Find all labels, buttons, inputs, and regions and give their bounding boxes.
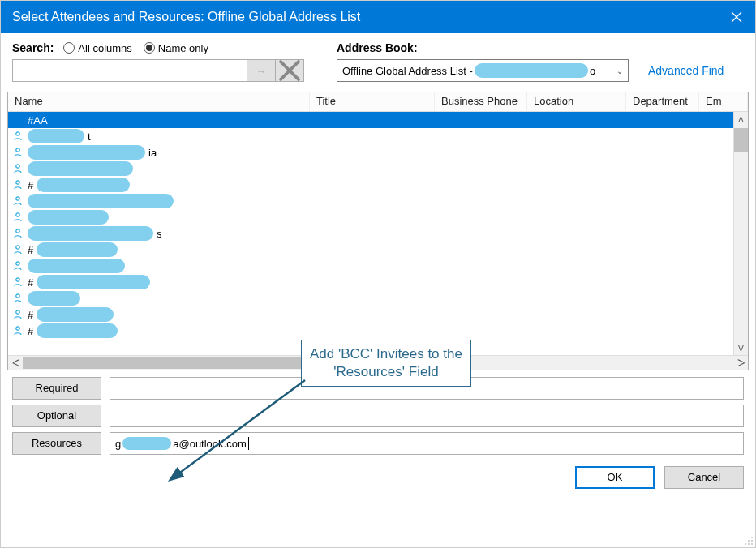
col-email[interactable]: Em	[699, 92, 748, 111]
radio-name-only[interactable]: Name only	[144, 42, 208, 54]
svg-point-6	[16, 165, 19, 168]
svg-point-21	[748, 543, 750, 545]
redacted-text	[28, 194, 174, 208]
svg-point-7	[16, 181, 19, 184]
advanced-find-link[interactable]: Advanced Find	[648, 64, 724, 77]
svg-point-5	[16, 148, 19, 152]
vertical-scrollbar[interactable]: ᐱ ᐯ	[733, 112, 748, 355]
list-item-prefix: #	[28, 244, 33, 256]
list-item[interactable]	[8, 209, 733, 225]
svg-point-4	[16, 132, 19, 135]
list-item[interactable]: #	[8, 306, 733, 323]
col-title[interactable]: Title	[310, 92, 435, 111]
svg-point-19	[751, 540, 753, 542]
svg-point-17	[751, 537, 753, 538]
radio-all-columns[interactable]: All columns	[63, 42, 131, 54]
col-location[interactable]: Location	[527, 92, 626, 111]
window-title: Select Attendees and Resources: Offline …	[12, 10, 360, 24]
col-phone[interactable]: Business Phone	[435, 92, 527, 111]
address-book-label: Address Book:	[337, 41, 724, 54]
list-item-suffix: ia	[148, 147, 157, 159]
list-item[interactable]	[8, 258, 733, 274]
list-content[interactable]: #AA t ia #	[8, 112, 733, 355]
search-block: Search: All columns Name only →	[12, 41, 304, 82]
clear-button[interactable]	[275, 59, 304, 82]
redacted-text	[28, 161, 133, 176]
callout-line1: Add 'BCC' Invitees to the	[310, 345, 462, 363]
list-item-prefix: #	[28, 276, 33, 289]
resources-button[interactable]: Resources	[12, 432, 101, 455]
person-icon	[13, 147, 24, 158]
redacted-text	[37, 275, 150, 289]
list-item[interactable]	[8, 290, 733, 306]
callout-line2: 'Resources' Field	[310, 363, 462, 381]
table-header-row: Name Title Business Phone Location Depar…	[8, 92, 748, 112]
resize-grip-icon[interactable]	[742, 534, 754, 546]
person-icon	[13, 325, 24, 336]
search-label: Search:	[12, 41, 54, 54]
list-item-suffix: s	[157, 228, 162, 240]
ok-button[interactable]: OK	[575, 466, 655, 489]
col-department[interactable]: Department	[626, 92, 699, 111]
optional-button[interactable]: Optional	[12, 405, 101, 427]
scroll-left-arrow-icon[interactable]: ᐸ	[8, 357, 23, 369]
address-book-block: Address Book: Offline Global Address Lis…	[337, 41, 724, 82]
cancel-button[interactable]: Cancel	[664, 466, 744, 489]
redacted-text	[28, 226, 153, 241]
svg-point-18	[748, 540, 750, 542]
list-item[interactable]: s	[8, 225, 733, 242]
person-icon	[13, 163, 24, 174]
svg-point-12	[16, 262, 19, 265]
svg-point-22	[751, 543, 753, 545]
results-table: Name Title Business Phone Location Depar…	[7, 92, 749, 370]
person-icon	[13, 293, 24, 304]
redacted-text	[37, 323, 118, 338]
list-item[interactable]: #	[8, 242, 733, 258]
resources-value-prefix: g	[115, 438, 121, 450]
person-icon	[13, 276, 24, 288]
redacted-text	[28, 291, 80, 306]
col-name[interactable]: Name	[8, 92, 310, 111]
svg-point-8	[16, 197, 19, 200]
resources-value-suffix: a@outlook.com	[173, 438, 247, 450]
list-item[interactable]: #	[8, 274, 733, 290]
list-item[interactable]: #	[8, 323, 733, 339]
redacted-text	[37, 178, 130, 192]
list-item[interactable]: #AA	[8, 112, 733, 128]
address-book-select[interactable]: Offline Global Address List - o ⌄	[337, 59, 629, 82]
redacted-text	[37, 307, 114, 322]
required-button[interactable]: Required	[12, 377, 101, 400]
scroll-right-arrow-icon[interactable]: ᐳ	[733, 357, 748, 369]
list-item-prefix: #	[28, 179, 33, 191]
results-list: #AA t ia #	[8, 112, 748, 355]
title-bar: Select Attendees and Resources: Offline …	[1, 1, 755, 33]
radio-checked-icon	[144, 42, 155, 54]
chevron-down-icon: ⌄	[616, 66, 623, 75]
search-input[interactable]	[12, 59, 247, 82]
list-item[interactable]	[8, 161, 733, 177]
radio-all-columns-label: All columns	[78, 42, 131, 54]
search-and-addressbook-row: Search: All columns Name only → Address …	[1, 33, 755, 85]
person-icon	[13, 309, 24, 320]
list-item[interactable]: ia	[8, 144, 733, 161]
redacted-text	[28, 259, 125, 273]
person-icon	[13, 212, 24, 223]
go-button[interactable]: →	[247, 59, 276, 82]
optional-input[interactable]	[110, 405, 744, 427]
resources-input[interactable]: g a@outlook.com	[110, 432, 744, 455]
close-button[interactable]	[718, 1, 755, 33]
redacted-text	[122, 437, 171, 450]
svg-point-20	[745, 543, 746, 545]
scroll-thumb[interactable]	[734, 128, 748, 152]
scroll-down-arrow-icon[interactable]: ᐯ	[734, 340, 748, 355]
person-icon	[13, 131, 24, 142]
list-item[interactable]: #	[8, 177, 733, 193]
svg-point-15	[16, 310, 19, 314]
text-cursor	[248, 437, 249, 450]
list-item[interactable]	[8, 193, 733, 209]
scroll-up-arrow-icon[interactable]: ᐱ	[734, 112, 748, 126]
redacted-text	[28, 145, 145, 160]
list-item-prefix: #	[28, 309, 33, 321]
list-item[interactable]: t	[8, 128, 733, 144]
redacted-text	[37, 242, 118, 257]
